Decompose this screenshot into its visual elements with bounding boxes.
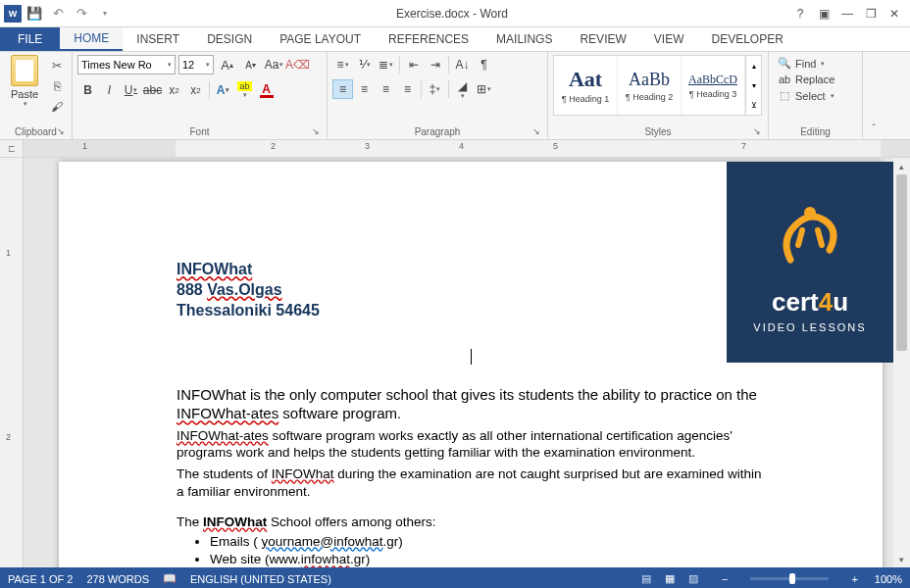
ruler-tick: 7 (741, 141, 746, 151)
vertical-scrollbar: ▴ ▾ (893, 158, 910, 567)
shading-button[interactable]: ◢▾ (452, 79, 473, 99)
bold-button[interactable]: B (77, 80, 98, 100)
group-editing: 🔍Find▾ abReplace ⬚Select▾ Editing (769, 52, 863, 139)
tab-page-layout[interactable]: PAGE LAYOUT (266, 27, 375, 51)
tab-review[interactable]: REVIEW (566, 27, 639, 51)
borders-button[interactable]: ⊞▾ (474, 79, 494, 99)
sort-button[interactable]: A↓ (452, 55, 473, 74)
collapse-ribbon-icon[interactable]: ˆ (863, 52, 885, 138)
paragraph-2: INFOWhat-ates software program works exa… (177, 427, 765, 462)
styles-expand-icon[interactable]: ⊻ (746, 98, 761, 112)
styles-row-up-icon[interactable]: ▴ (746, 59, 761, 73)
horizontal-ruler[interactable]: 1 2 3 4 5 7 (24, 140, 910, 158)
close-icon[interactable]: ✕ (883, 3, 906, 24)
multilevel-list-button[interactable]: ≣▾ (376, 55, 396, 74)
ribbon-display-icon[interactable]: ▣ (812, 3, 835, 24)
paste-button[interactable]: Paste ▾ (5, 55, 44, 108)
status-language[interactable]: ENGLISH (UNITED STATES) (190, 573, 331, 585)
ruler-tick: 2 (271, 141, 276, 151)
italic-button[interactable]: I (99, 80, 120, 100)
paragraph-3: The students of INFOWhat during the exam… (177, 466, 765, 500)
proofing-icon[interactable]: 📖 (163, 572, 177, 585)
subscript-button[interactable]: x2 (164, 80, 184, 100)
tab-insert[interactable]: INSERT (123, 27, 193, 51)
format-painter-icon[interactable]: 🖌 (47, 98, 67, 116)
scroll-track[interactable] (893, 174, 910, 551)
align-right-button[interactable]: ≡ (376, 79, 396, 99)
svg-point-0 (804, 207, 816, 219)
help-icon[interactable]: ? (788, 3, 812, 24)
minimize-icon[interactable]: — (835, 3, 859, 24)
tab-file[interactable]: FILE (0, 27, 60, 51)
align-center-button[interactable]: ≡ (354, 79, 375, 99)
text-effects-button[interactable]: A▾ (213, 80, 233, 100)
qat-customize-icon[interactable]: ▾ (94, 3, 116, 24)
document-scroll: INFOWhat 888 Vas.Olgas Thessaloniki 5464… (24, 158, 910, 567)
zoom-slider[interactable] (750, 577, 829, 580)
dialog-launcher-icon[interactable]: ↘ (750, 124, 763, 137)
font-color-button[interactable]: A (256, 80, 277, 100)
web-layout-icon[interactable]: ▨ (682, 570, 705, 588)
status-words[interactable]: 278 WORDS (86, 573, 149, 585)
bullets-button[interactable]: ≡▾ (332, 55, 353, 74)
header-line-3: Thessaloniki 54645 (177, 301, 765, 321)
undo-icon[interactable]: ↶ (47, 3, 69, 24)
increase-indent-button[interactable]: ⇥ (425, 55, 445, 74)
select-button[interactable]: ⬚Select▾ (774, 87, 838, 104)
find-button[interactable]: 🔍Find▾ (774, 55, 829, 72)
vertical-ruler[interactable]: 1 2 (0, 158, 24, 567)
strikethrough-button[interactable]: abc (142, 80, 163, 100)
tab-references[interactable]: REFERENCES (375, 27, 482, 51)
status-page[interactable]: PAGE 1 OF 2 (8, 573, 73, 585)
copy-icon[interactable]: ⎘ (47, 77, 67, 95)
restore-icon[interactable]: ❐ (859, 3, 883, 24)
style-heading2[interactable]: AaBb ¶ Heading 2 (618, 56, 682, 115)
tab-mailings[interactable]: MAILINGS (482, 27, 566, 51)
zoom-level[interactable]: 100% (875, 573, 902, 585)
style-heading1[interactable]: Aat ¶ Heading 1 (554, 56, 618, 115)
clear-formatting-icon[interactable]: A⌫ (287, 55, 308, 74)
scroll-thumb[interactable] (896, 174, 907, 351)
replace-label: Replace (795, 74, 834, 85)
tab-view[interactable]: VIEW (640, 27, 698, 51)
grow-font-button[interactable]: A▴ (217, 55, 237, 74)
tab-design[interactable]: DESIGN (193, 27, 266, 51)
scroll-up-icon[interactable]: ▴ (893, 158, 910, 174)
decrease-indent-button[interactable]: ⇤ (403, 55, 424, 74)
group-styles-label: Styles↘ (553, 124, 763, 137)
font-size-select[interactable]: 12▾ (178, 55, 214, 74)
superscript-button[interactable]: x2 (185, 80, 206, 100)
justify-button[interactable]: ≡ (397, 79, 418, 99)
underline-button[interactable]: U▾ (121, 80, 141, 100)
dialog-launcher-icon[interactable]: ↘ (54, 124, 67, 137)
zoom-in-button[interactable]: + (848, 573, 860, 585)
read-mode-icon[interactable]: ▤ (634, 570, 658, 588)
print-layout-icon[interactable]: ▦ (658, 570, 682, 588)
tab-developer[interactable]: DEVELOPER (697, 27, 796, 51)
numbering-button[interactable]: ⅟▾ (354, 55, 375, 74)
dialog-launcher-icon[interactable]: ↘ (309, 124, 322, 137)
change-case-button[interactable]: Aa▾ (264, 55, 284, 74)
cut-icon[interactable]: ✂ (47, 57, 67, 74)
tab-home[interactable]: HOME (60, 27, 123, 51)
ruler-tick: 1 (6, 248, 11, 258)
line-spacing-button[interactable]: ‡▾ (425, 79, 445, 99)
group-editing-label: Editing (774, 124, 857, 137)
shrink-font-button[interactable]: A▾ (240, 55, 261, 74)
paragraph-4: The INFOWhat School offers among others: (177, 514, 765, 531)
ruler-tick: 1 (82, 141, 87, 151)
scroll-down-icon[interactable]: ▾ (893, 551, 910, 567)
show-marks-button[interactable]: ¶ (474, 55, 494, 74)
save-icon[interactable]: 💾 (24, 3, 45, 24)
zoom-out-button[interactable]: − (719, 573, 731, 585)
style-heading3[interactable]: AaBbCcD ¶ Heading 3 (682, 56, 745, 115)
zoom-thumb[interactable] (789, 573, 795, 584)
font-name-select[interactable]: Times New Ro▾ (77, 55, 176, 74)
replace-button[interactable]: abReplace (774, 72, 838, 87)
paste-label: Paste (11, 88, 38, 100)
dialog-launcher-icon[interactable]: ↘ (530, 124, 542, 137)
redo-icon[interactable]: ↷ (71, 3, 92, 24)
highlight-button[interactable]: ab▾ (234, 80, 255, 100)
align-left-button[interactable]: ≡ (332, 79, 353, 99)
styles-row-down-icon[interactable]: ▾ (746, 78, 761, 92)
